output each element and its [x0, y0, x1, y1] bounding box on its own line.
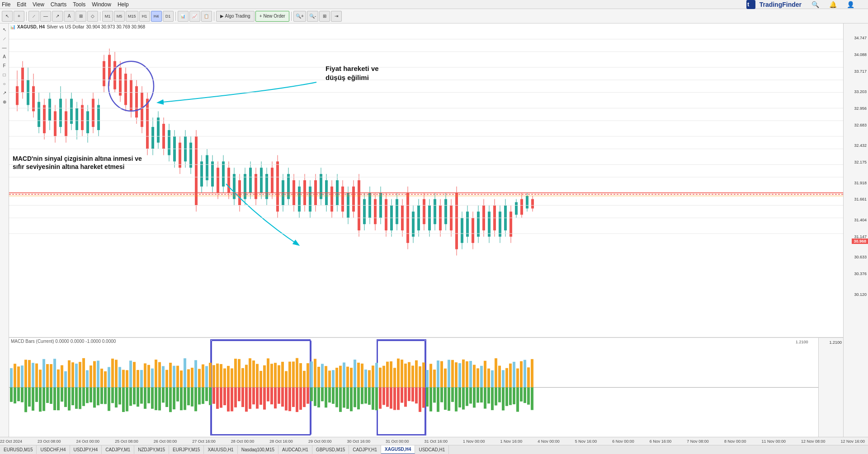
- tf-m1[interactable]: M1: [102, 11, 113, 22]
- bottom-tab-USDCAD-H1[interactable]: USDCAD,H1: [415, 445, 449, 454]
- timestamp-16: 6 Nov 00:00: [612, 439, 634, 444]
- zoom-out-btn[interactable]: 🔍-: [307, 11, 318, 22]
- lt-fib[interactable]: F: [0, 61, 9, 70]
- bottom-tab-EURJPY-M15[interactable]: EURJPY,M15: [169, 445, 204, 454]
- menu-help[interactable]: Help: [118, 1, 129, 8]
- toolbar-ray[interactable]: ↗: [52, 11, 63, 22]
- bottom-tab-USDJPY-H4[interactable]: USDJPY,H4: [70, 445, 102, 454]
- lt-circle[interactable]: ○: [0, 80, 9, 88]
- svg-rect-166: [412, 211, 415, 237]
- tf-m15[interactable]: M15: [126, 11, 138, 22]
- bottom-tab-NZDJPY-M15[interactable]: NZDJPY,M15: [134, 445, 169, 454]
- chart-type-btn[interactable]: 📊: [178, 11, 189, 22]
- bottom-tab-CADJPY-H1[interactable]: CADJPY,H1: [349, 445, 381, 454]
- svg-rect-20: [16, 86, 19, 105]
- svg-rect-210: [531, 199, 534, 209]
- svg-rect-70: [151, 127, 154, 149]
- bottom-tab-GBPUSD-M15[interactable]: GBPUSD,M15: [312, 445, 349, 454]
- toolbar-arrow[interactable]: ↖: [2, 11, 13, 22]
- tf-h1[interactable]: H1: [139, 11, 150, 22]
- bottom-tab-AUDCAD-H1[interactable]: AUDCAD,H1: [278, 445, 312, 454]
- search-icon[interactable]: 🔍: [811, 1, 819, 8]
- lt-hline[interactable]: —: [0, 43, 9, 51]
- menu-window[interactable]: Window: [92, 1, 111, 8]
- svg-rect-126: [303, 180, 306, 206]
- menu-tools[interactable]: Tools: [73, 1, 85, 8]
- price-30120: 30.120: [854, 292, 867, 297]
- lt-cursor[interactable]: ↖: [0, 25, 9, 33]
- main-area: ↖ ⟋ — A F □ ○ ↗ ⊕ 📊 XAGUSD, H4 Silver vs…: [0, 23, 868, 437]
- menu-file[interactable]: File: [2, 1, 10, 8]
- indicators-btn[interactable]: 📈: [189, 11, 200, 22]
- svg-rect-132: [320, 174, 322, 199]
- svg-rect-92: [211, 161, 214, 187]
- notification-icon[interactable]: 🔔: [829, 1, 837, 8]
- bottom-tab-XAGUSD-H4[interactable]: XAGUSD,H4: [381, 445, 415, 454]
- bottom-tab-USDCHF-H4[interactable]: USDCHF,H4: [37, 445, 70, 454]
- toolbar-sep4: [214, 12, 214, 21]
- new-order-btn[interactable]: + New Order: [255, 11, 289, 22]
- user-icon[interactable]: 👤: [847, 1, 854, 8]
- timestamp-12: 1 Nov 00:00: [463, 439, 485, 444]
- price-chart[interactable]: 📊 XAGUSD, H4 Silver vs US Dollar 30.904 …: [9, 23, 843, 337]
- svg-rect-34: [54, 111, 57, 136]
- svg-rect-160: [396, 199, 398, 225]
- toolbar-text[interactable]: A: [64, 11, 75, 22]
- svg-rect-106: [249, 168, 252, 193]
- svg-rect-44: [81, 105, 84, 130]
- svg-rect-164: [406, 193, 409, 243]
- svg-rect-62: [130, 80, 132, 111]
- price-30376: 30.376: [854, 271, 867, 276]
- svg-text:t: t: [747, 1, 750, 8]
- tradingfinder-logo-icon: t: [746, 0, 756, 9]
- menu-edit[interactable]: Edit: [17, 1, 26, 8]
- menu-charts[interactable]: Charts: [51, 1, 66, 8]
- price-31918: 31.918: [854, 181, 867, 185]
- svg-rect-96: [222, 161, 225, 187]
- bottom-tab-EURUSD-M15[interactable]: EURUSD,M15: [0, 445, 37, 454]
- tf-d1[interactable]: D1: [163, 11, 174, 22]
- timestamp-8: 29 Oct 00:00: [308, 439, 332, 444]
- price-33203: 33.203: [854, 89, 867, 94]
- lt-arrow[interactable]: ↗: [0, 89, 9, 97]
- svg-rect-162: [401, 206, 404, 231]
- price-30633: 30.633: [854, 255, 867, 259]
- timestamp-11: 31 Oct 16:00: [425, 439, 448, 444]
- menu-view[interactable]: View: [33, 1, 44, 8]
- templates-btn[interactable]: 📋: [201, 11, 212, 22]
- macd-chart[interactable]: MACD Bars (Current) 0.0000 0.0000 -1.000…: [9, 338, 818, 437]
- lt-line[interactable]: ⟋: [0, 34, 9, 42]
- grid-btn[interactable]: ⊞: [319, 11, 330, 22]
- bottom-tab-Nasdaq100-M15[interactable]: Nasdaq100,M15: [238, 445, 278, 454]
- timestamp-1: 23 Oct 08:00: [38, 439, 61, 444]
- svg-rect-182: [455, 193, 458, 249]
- svg-rect-196: [493, 206, 496, 231]
- toolbar-sep3: [175, 12, 176, 21]
- svg-rect-46: [86, 111, 89, 133]
- bottom-tab-CADJPY-M1[interactable]: CADJPY,M1: [102, 445, 134, 454]
- left-toolbar: ↖ ⟋ — A F □ ○ ↗ ⊕: [0, 23, 9, 437]
- tf-h4[interactable]: H4: [151, 11, 162, 22]
- algo-trading-btn[interactable]: ▶ Algo Trading: [216, 11, 255, 22]
- bottom-tab-XAUUSD-H1[interactable]: XAUUSD,H1: [204, 445, 237, 454]
- svg-rect-104: [244, 174, 246, 199]
- lt-rect[interactable]: □: [0, 70, 9, 79]
- price-32175: 32.175: [854, 160, 867, 164]
- toolbar-hline[interactable]: —: [40, 11, 51, 22]
- auto-scroll-btn[interactable]: ⇥: [331, 11, 342, 22]
- lt-zoom[interactable]: ⊕: [0, 98, 9, 106]
- svg-rect-30: [43, 105, 46, 133]
- chart-icon: 📊: [10, 24, 15, 29]
- svg-rect-102: [238, 180, 241, 206]
- toolbar-shapes[interactable]: ◇: [87, 11, 98, 22]
- toolbar-line[interactable]: ⟋: [28, 11, 39, 22]
- tf-m5[interactable]: M5: [114, 11, 125, 22]
- svg-rect-184: [461, 218, 463, 243]
- timestamp-4: 26 Oct 00:00: [154, 439, 177, 444]
- zoom-in-btn[interactable]: 🔍+: [293, 11, 306, 22]
- svg-rect-58: [119, 67, 122, 95]
- toolbar-fib[interactable]: ⊞: [75, 11, 86, 22]
- lt-text[interactable]: A: [0, 52, 9, 61]
- svg-rect-122: [292, 180, 295, 206]
- toolbar-crosshair[interactable]: +: [14, 11, 24, 22]
